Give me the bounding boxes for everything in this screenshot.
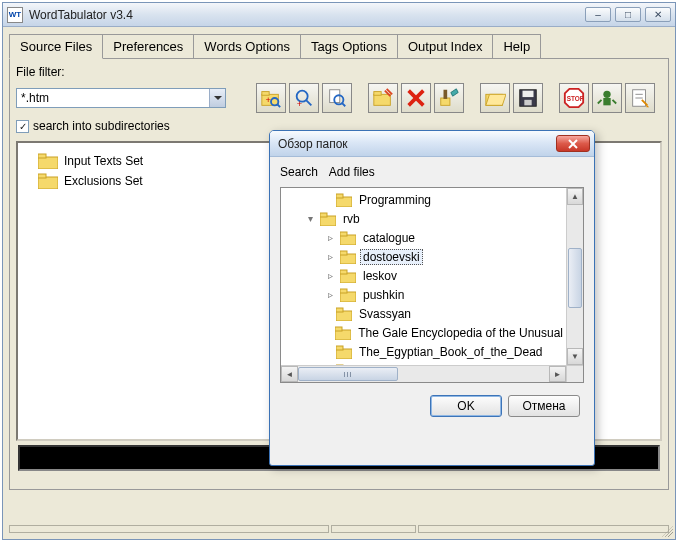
titlebar[interactable]: WT WordTabulator v3.4 – □ ✕ [3,3,675,27]
stop-icon[interactable]: STOP [559,83,589,113]
svg-rect-36 [38,174,46,178]
folder-label[interactable]: leskov [360,268,400,284]
folder-label[interactable]: dostoevski [360,249,423,265]
add-folder-icon[interactable]: + [256,83,286,113]
search-add-icon[interactable]: + [289,83,319,113]
svg-rect-34 [38,154,46,158]
svg-rect-22 [524,100,531,106]
search-subdir-checkbox[interactable]: ✓ [16,120,29,133]
svg-line-3 [277,104,280,107]
search-subdir-label: search into subdirectories [33,119,170,133]
folder-icon [336,193,352,207]
scroll-thumb[interactable] [568,248,582,308]
dialog-title: Обзор папок [278,137,556,151]
folder-label[interactable]: catalogue [360,230,418,246]
svg-point-25 [603,91,610,98]
expand-icon[interactable]: ▹ [325,289,336,300]
folder-label[interactable]: rvb [340,211,363,227]
folder-label[interactable]: Programming [356,192,434,208]
folder-node[interactable]: ▾rvb [281,209,566,228]
folder-node[interactable]: ▹leskov [281,266,566,285]
svg-text:STOP: STOP [567,95,585,102]
resize-grip[interactable] [659,523,673,537]
svg-rect-46 [340,251,347,255]
folder-label[interactable]: The_Egyptian_Book_of_the_Dead [356,344,545,360]
scroll-corner [566,365,583,382]
tab-output-index[interactable]: Output Index [397,34,493,59]
expand-icon[interactable]: ▹ [325,232,336,243]
svg-line-6 [306,100,312,106]
expand-icon[interactable]: ▹ [325,251,336,262]
svg-rect-56 [336,346,343,350]
dialog-titlebar[interactable]: Обзор папок [270,131,594,157]
horizontal-scrollbar[interactable]: ◄ III ► [281,365,566,382]
tab-tags-options[interactable]: Tags Options [300,34,398,59]
clear-icon[interactable] [368,83,398,113]
cancel-button[interactable]: Отмена [508,395,580,417]
folder-icon [38,153,58,169]
folder-node[interactable]: ▹pushkin [281,285,566,304]
dialog-close-button[interactable] [556,135,590,152]
script-icon[interactable] [625,83,655,113]
scroll-right-icon[interactable]: ► [549,366,566,382]
folder-label[interactable]: pushkin [360,287,407,303]
save-icon[interactable] [513,83,543,113]
close-button[interactable]: ✕ [645,7,671,22]
ok-button[interactable]: OK [430,395,502,417]
folder-icon [340,269,356,283]
dialog-add-files-link[interactable]: Add files [329,165,375,179]
vertical-scrollbar[interactable]: ▲ ▼ [566,188,583,365]
svg-rect-12 [374,92,381,96]
folder-icon [336,345,352,359]
svg-rect-11 [374,94,391,105]
folder-node[interactable]: The_Egyptian_Book_of_the_Dead [281,342,566,361]
hscroll-thumb[interactable]: III [298,367,398,381]
svg-rect-50 [340,289,347,293]
svg-rect-48 [340,270,347,274]
folder-node[interactable]: The Gale Encyclopedia of the Unusual [281,323,566,342]
dialog-search-link[interactable]: Search [280,165,318,179]
filter-dropdown-icon[interactable] [209,89,225,107]
svg-rect-21 [523,91,534,97]
svg-rect-26 [603,98,610,105]
window-title: WordTabulator v3.4 [29,8,585,22]
svg-rect-33 [38,157,58,169]
file-filter-input[interactable] [16,88,226,108]
svg-rect-35 [38,177,58,189]
svg-line-28 [613,100,617,104]
folder-label[interactable]: The Gale Encyclopedia of the Unusual [355,325,566,341]
svg-rect-42 [320,213,327,217]
svg-rect-40 [336,194,343,198]
scroll-down-icon[interactable]: ▼ [567,348,583,365]
brush-icon[interactable] [434,83,464,113]
folder-icon [340,288,356,302]
folder-node[interactable]: Programming [281,190,566,209]
expand-icon[interactable]: ▾ [305,213,316,224]
dialog-link-row: Search Add files [280,165,584,179]
run-icon[interactable] [592,83,622,113]
minimize-button[interactable]: – [585,7,611,22]
tree-item-label: Input Texts Set [64,154,143,168]
scroll-up-icon[interactable]: ▲ [567,188,583,205]
folder-node[interactable]: Svassyan [281,304,566,323]
tab-bar: Source Files Preferences Words Options T… [3,27,675,58]
status-bar [9,525,669,535]
tab-help[interactable]: Help [492,34,541,59]
svg-line-10 [342,103,346,107]
svg-text:+: + [297,99,302,109]
folder-label[interactable]: Svassyan [356,306,414,322]
expand-icon[interactable]: ▹ [325,270,336,281]
folder-icon [340,250,356,264]
folder-icon [336,307,352,321]
folder-node[interactable]: ▹catalogue [281,228,566,247]
folder-icon [340,231,356,245]
tab-preferences[interactable]: Preferences [102,34,194,59]
open-icon[interactable] [480,83,510,113]
tab-words-options[interactable]: Words Options [193,34,301,59]
folder-node[interactable]: ▹dostoevski [281,247,566,266]
maximize-button[interactable]: □ [615,7,641,22]
delete-icon[interactable] [401,83,431,113]
scroll-left-icon[interactable]: ◄ [281,366,298,382]
tab-source-files[interactable]: Source Files [9,34,103,59]
search-page-icon[interactable] [322,83,352,113]
